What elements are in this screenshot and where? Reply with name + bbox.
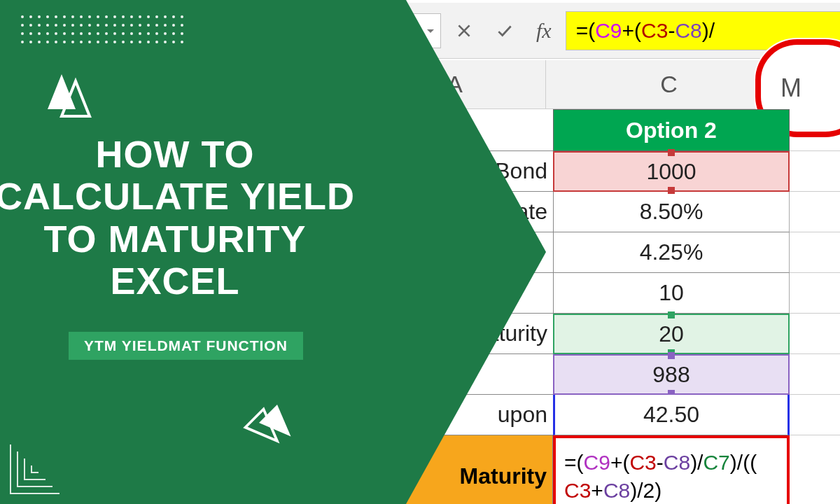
cell-empty[interactable] [790, 354, 840, 395]
cell-empty[interactable] [790, 151, 840, 192]
cell-value[interactable]: 10 [553, 273, 790, 314]
left-panel-arrow [406, 0, 546, 504]
cell-empty[interactable] [790, 273, 840, 314]
cell-value[interactable]: 42.50 [553, 395, 790, 435]
cell-empty[interactable] [790, 435, 840, 504]
cell-empty[interactable] [790, 232, 840, 273]
column-header-next[interactable]: M [792, 60, 840, 109]
brand-logo-icon [27, 60, 97, 130]
cell-value[interactable]: 20 [553, 314, 790, 354]
cell-value[interactable]: 1000 [553, 151, 790, 192]
cell-value[interactable]: 8.50% [553, 192, 790, 232]
cell-empty[interactable] [790, 395, 840, 435]
corner-chevron-decoration [7, 420, 84, 497]
dot-grid-decoration [21, 15, 189, 49]
cell-d-header[interactable] [790, 109, 840, 151]
callout-text: M [780, 74, 802, 103]
thumbnail-subtitle: YTM YIELDMAT FUNCTION [69, 332, 303, 360]
cell-empty[interactable] [790, 192, 840, 232]
cell-value[interactable]: 988 [553, 354, 790, 395]
cell-c-header[interactable]: Option 2 [553, 109, 790, 151]
active-formula-cell[interactable]: =(C9+(C3-C8)/ C7)/((C3+C8)/2) [553, 435, 790, 504]
cell-empty[interactable] [790, 314, 840, 354]
thumbnail-title: HOW TO CALCULATE YIELD TO MATURITY EXCEL [0, 133, 364, 302]
cell-value[interactable]: 4.25% [553, 232, 790, 273]
